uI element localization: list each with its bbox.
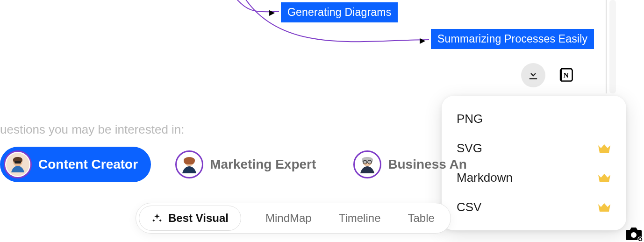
export-option-label: PNG (457, 112, 483, 126)
notion-button[interactable]: N (557, 66, 575, 85)
svg-text:N: N (563, 71, 568, 79)
sparkle-icon (151, 213, 163, 224)
avatar-ring (175, 150, 203, 178)
avatar-icon (6, 153, 29, 176)
persona-business-analyst[interactable]: Business An (350, 147, 480, 182)
export-option-png[interactable]: PNG (442, 104, 626, 134)
scrollbar-track[interactable] (609, 0, 616, 93)
export-option-label: CSV (457, 200, 481, 214)
tab-table[interactable]: Table (405, 207, 437, 229)
avatar-ring (353, 150, 381, 178)
visualization-tabs: Best Visual MindMap Timeline Table (136, 203, 451, 234)
persona-content-creator[interactable]: Content Creator (0, 147, 151, 182)
avatar-icon (356, 153, 379, 176)
download-button[interactable] (521, 63, 545, 87)
suggested-questions-heading: uestions you may be interested in: (0, 122, 185, 137)
crown-icon (597, 143, 611, 154)
svg-point-11 (631, 232, 637, 238)
persona-row: Content Creator Marketing Expert Busines… (0, 147, 480, 182)
persona-label: Marketing Expert (210, 157, 316, 172)
diagram-node[interactable]: Summarizing Processes Easily (431, 29, 594, 49)
crown-icon (597, 202, 611, 213)
crown-icon (597, 173, 611, 183)
screenshot-button[interactable] (624, 225, 643, 241)
diagram-node[interactable]: Generating Diagrams (281, 2, 398, 22)
tab-label: Best Visual (168, 212, 229, 225)
camera-icon (624, 225, 643, 241)
download-icon (527, 68, 540, 83)
panel-divider (606, 0, 607, 93)
tab-best-visual[interactable]: Best Visual (139, 206, 241, 231)
persona-marketing-expert[interactable]: Marketing Expert (172, 147, 329, 182)
svg-rect-3 (14, 161, 21, 164)
export-option-csv[interactable]: CSV (442, 192, 626, 222)
persona-label: Content Creator (38, 157, 138, 172)
avatar-ring (4, 150, 32, 178)
tab-timeline[interactable]: Timeline (336, 207, 384, 229)
tab-mindmap[interactable]: MindMap (263, 207, 315, 229)
notion-icon: N (558, 66, 574, 84)
avatar-icon (178, 153, 201, 176)
persona-label: Business An (388, 157, 467, 172)
